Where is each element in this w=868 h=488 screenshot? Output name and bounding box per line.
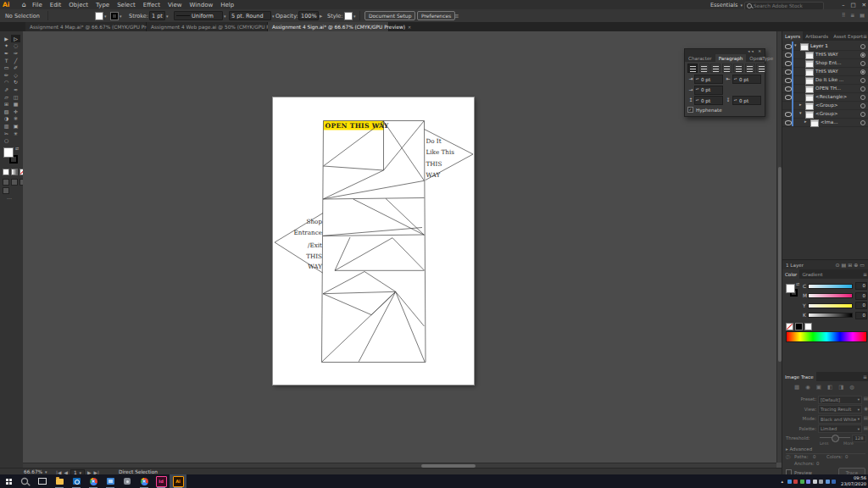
visibility-eye-icon[interactable]: [785, 69, 792, 75]
channel-slider[interactable]: [808, 313, 853, 318]
taskbar-start[interactable]: [0, 474, 17, 488]
draw-behind-button[interactable]: [11, 179, 18, 186]
tab-image-trace[interactable]: Image Trace: [782, 372, 816, 381]
tab-asset-export[interactable]: Asset Export: [831, 31, 865, 41]
panel-menu-icon[interactable]: ≡: [863, 271, 867, 277]
space-after-field[interactable]: ▴▾0 pt: [732, 96, 761, 105]
edit-toolbar-icon[interactable]: …: [7, 194, 13, 200]
tab-layers[interactable]: Layers: [782, 31, 803, 41]
justify-left-button[interactable]: [722, 64, 732, 73]
threshold-value[interactable]: 128: [852, 435, 866, 442]
trace-mode-select[interactable]: Black and White▾: [818, 415, 862, 424]
auto-color-icon[interactable]: ▩: [794, 384, 799, 391]
white-swatch[interactable]: [804, 323, 812, 330]
tool-lasso[interactable]: ◌: [11, 42, 20, 50]
black-swatch[interactable]: [795, 323, 803, 330]
tray-icon[interactable]: [800, 480, 804, 484]
tool-free-transform[interactable]: ▱: [2, 93, 11, 101]
trace-preset-select[interactable]: [Default]▾: [818, 396, 862, 404]
visibility-eye-icon[interactable]: [785, 61, 792, 66]
preferences-button[interactable]: Preferences: [417, 9, 455, 22]
justify-center-button[interactable]: [733, 64, 743, 73]
tool-pen[interactable]: ✒: [2, 49, 11, 57]
fill-color-control[interactable]: [3, 147, 14, 158]
tray-icon[interactable]: [813, 480, 817, 484]
stepper-icon[interactable]: ▴▾: [733, 78, 737, 81]
document-setup-button[interactable]: Document Setup: [364, 9, 415, 22]
tool-magic-wand[interactable]: ✦: [2, 42, 11, 50]
swap-fill-stroke-icon[interactable]: ⇄: [15, 146, 19, 151]
alignment-options-icon[interactable]: ≡: [454, 9, 459, 22]
visibility-eye-icon[interactable]: [785, 120, 792, 125]
right-indent-field[interactable]: ▴▾0 pt: [732, 75, 761, 84]
low-color-icon[interactable]: ▣: [816, 384, 821, 391]
menu-object[interactable]: Object: [69, 2, 88, 8]
menu-effect[interactable]: Effect: [143, 2, 160, 8]
channel-value[interactable]: 0: [855, 312, 867, 319]
opacity-label[interactable]: Opacity:: [275, 9, 298, 22]
taskbar-indesign[interactable]: Id: [153, 474, 170, 488]
outline-icon[interactable]: ◍: [849, 384, 854, 391]
taskbar-clock[interactable]: 09:56 23/07/2020: [837, 475, 866, 486]
layer-row[interactable]: ▸<Ima...: [782, 118, 868, 127]
target-circle[interactable]: [860, 103, 865, 108]
target-circle[interactable]: [860, 44, 865, 49]
tool-symbol-sprayer[interactable]: ※: [11, 115, 20, 123]
target-circle[interactable]: [860, 112, 865, 117]
align-right-button[interactable]: [710, 64, 721, 73]
tool-perspective-grid[interactable]: ⊞: [2, 100, 11, 108]
menu-window[interactable]: Window: [190, 2, 214, 8]
visibility-eye-icon[interactable]: [785, 78, 792, 83]
tool-blend[interactable]: ◑: [2, 115, 11, 123]
panel-toggle-icon[interactable]: ▤: [860, 12, 865, 18]
taskbar-paint-3d[interactable]: [119, 474, 136, 488]
target-circle[interactable]: [860, 95, 865, 100]
collapse-panel-icon[interactable]: ◂◂: [748, 49, 755, 53]
tray-icon[interactable]: [826, 480, 830, 484]
tray-icon[interactable]: [819, 480, 823, 484]
delete-layer-icon[interactable]: ▭: [860, 262, 866, 268]
menu-help[interactable]: Help: [220, 2, 234, 8]
tool-artboard[interactable]: ▣: [11, 122, 20, 130]
threshold-slider-knob[interactable]: [832, 435, 839, 442]
left-indent-field[interactable]: ▴▾0 pt: [694, 75, 723, 84]
tool-line-segment[interactable]: ╱: [11, 57, 20, 64]
brush-select[interactable]: 5 pt. Round▾: [229, 9, 275, 22]
align-left-button[interactable]: [687, 64, 698, 73]
taskbar-photos[interactable]: [102, 474, 119, 488]
channel-value[interactable]: 0: [855, 292, 867, 300]
target-circle[interactable]: [860, 53, 865, 58]
black-white-icon[interactable]: ◨: [838, 384, 843, 391]
color-mode-button[interactable]: [3, 169, 9, 175]
width-profile-select[interactable]: Uniform▾: [174, 9, 226, 22]
menu-file[interactable]: File: [32, 2, 42, 8]
target-circle[interactable]: [860, 120, 865, 125]
tray-icon[interactable]: [832, 480, 836, 484]
trace-view-select[interactable]: Tracing Result▾: [818, 405, 862, 413]
tray-icon[interactable]: [793, 480, 798, 484]
channel-value[interactable]: 0: [855, 282, 867, 290]
visibility-eye-icon[interactable]: [785, 44, 792, 49]
trace-mode-side-icon[interactable]: ▤: [864, 415, 868, 420]
taskbar-search[interactable]: [17, 474, 34, 488]
high-color-icon[interactable]: ◉: [805, 384, 810, 391]
workspace-switcher[interactable]: Essentials ▾: [710, 2, 743, 8]
taskbar-task-view[interactable]: [34, 474, 51, 488]
tool-mesh[interactable]: ▦: [11, 100, 20, 108]
tool-rotate[interactable]: ↻: [11, 79, 20, 86]
tab-paragraph[interactable]: Paragraph: [715, 54, 747, 62]
tool-column-graph[interactable]: ▥: [2, 122, 11, 130]
taskbar-illustrator[interactable]: Ai: [170, 474, 186, 488]
panel-menu-icon[interactable]: ≡: [863, 33, 867, 39]
tool-selection[interactable]: ▶: [2, 35, 11, 42]
illustrator-logo-icon[interactable]: Ai: [3, 1, 9, 8]
first-line-indent-field[interactable]: ▴▾0 pt: [694, 86, 723, 95]
document-tab-3[interactable]: Assignment 4 Sign.ai* @ 66.67% (CMYK/GPU…: [268, 22, 389, 31]
trace-palette-side-icon[interactable]: ▤: [864, 425, 868, 430]
fill-proxy[interactable]: [786, 284, 795, 293]
minimize-button[interactable]: –: [842, 2, 844, 8]
tool-type[interactable]: T: [2, 57, 11, 64]
hyphenate-checkbox[interactable]: ✓: [687, 107, 693, 113]
tool-zoom[interactable]: ○: [2, 136, 11, 144]
opacity-field[interactable]: 100%: [298, 9, 319, 22]
